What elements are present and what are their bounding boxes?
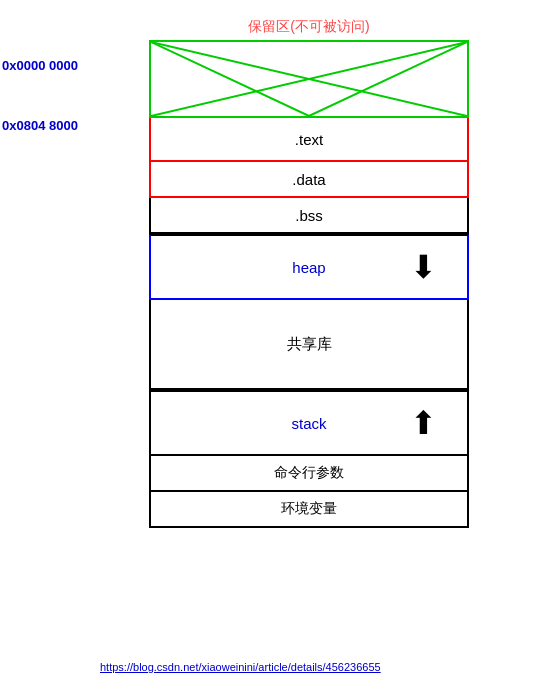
section-stack: stack ⬆: [149, 390, 469, 456]
stack-arrow-up: ⬆: [410, 404, 437, 442]
heap-arrow-down: ⬇: [410, 248, 437, 286]
section-data: .data: [149, 162, 469, 198]
addr-mid: 0x0804 8000: [2, 118, 78, 133]
reserved-label: 保留区(不可被访问): [149, 18, 469, 36]
section-cmdline: 命令行参数: [149, 456, 469, 492]
section-heap: heap ⬇: [149, 234, 469, 300]
section-shared: 共享库: [149, 300, 469, 390]
section-bss: .bss: [149, 198, 469, 234]
section-text: .text: [149, 118, 469, 162]
memory-diagram: 保留区(不可被访问) 0x0000 0000 0x0804 8000 .text…: [0, 10, 533, 679]
section-reserved: [149, 40, 469, 118]
section-env: 环境变量: [149, 492, 469, 528]
watermark: https://blog.csdn.net/xiaoweinini/articl…: [100, 661, 381, 673]
addr-top: 0x0000 0000: [2, 58, 78, 73]
memory-layout: .text .data .bss heap ⬇ 共享库 stack ⬆ 命令行参…: [149, 40, 469, 528]
